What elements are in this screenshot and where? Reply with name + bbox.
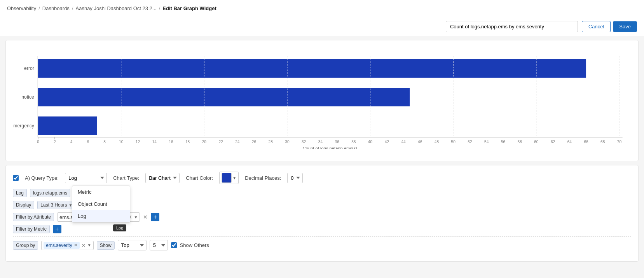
svg-text:emergency: emergency <box>14 123 35 129</box>
config-row1: A) Query Type: Log Metric Object Count C… <box>13 172 631 184</box>
query-type-label: A) Query Type: <box>25 175 59 181</box>
svg-text:12: 12 <box>136 140 140 144</box>
chart-type-select[interactable]: Bar Chart <box>145 173 180 183</box>
svg-text:28: 28 <box>269 140 273 144</box>
svg-text:14: 14 <box>152 140 157 144</box>
svg-text:30: 30 <box>285 140 290 144</box>
svg-text:70: 70 <box>617 140 622 144</box>
config-row5: Filter by Metric + <box>13 225 631 233</box>
filter-attr-chevron-icon[interactable]: ▼ <box>134 215 138 219</box>
color-swatch <box>222 173 232 183</box>
svg-text:52: 52 <box>468 140 472 144</box>
svg-text:6: 6 <box>87 140 89 144</box>
save-button[interactable]: Save <box>613 21 637 32</box>
svg-text:56: 56 <box>501 140 506 144</box>
show-label-chip: Show <box>97 241 115 250</box>
svg-text:44: 44 <box>401 140 406 144</box>
dropdown-item-object-count[interactable]: Object Count <box>72 198 130 210</box>
dropdown-item-log[interactable]: Log <box>72 210 130 222</box>
svg-text:8: 8 <box>103 140 106 144</box>
chart-color-dropdown[interactable]: ▼ <box>219 172 239 184</box>
cancel-button[interactable]: Cancel <box>582 21 611 32</box>
svg-text:36: 36 <box>335 140 340 144</box>
breadcrumb-current: Edit Bar Graph Widget <box>162 5 216 11</box>
bar-notice <box>38 88 410 106</box>
svg-text:20: 20 <box>202 140 207 144</box>
svg-text:48: 48 <box>435 140 439 144</box>
svg-text:68: 68 <box>600 140 605 144</box>
group-by-tag[interactable]: ems.severity ✕ <box>44 242 79 249</box>
svg-text:2: 2 <box>54 140 56 144</box>
clear-group-by-button[interactable]: ✕ <box>81 242 86 248</box>
svg-text:58: 58 <box>517 140 522 144</box>
config-panel: A) Query Type: Log Metric Object Count C… <box>5 165 639 262</box>
breadcrumb-sep2: / <box>72 5 73 11</box>
log-source-chip[interactable]: logs.netapp.ems <box>30 189 70 197</box>
svg-text:22: 22 <box>218 140 223 144</box>
remove-filter-attr-row-button[interactable]: ✕ <box>143 214 148 220</box>
svg-text:64: 64 <box>567 140 572 144</box>
filter-attr-label-chip: Filter by Attribute <box>13 213 54 221</box>
chart-color-label: Chart Color: <box>186 175 213 181</box>
config-row6: Group by ems.severity ✕ ✕ ▼ Show Top Bot… <box>13 240 631 250</box>
svg-text:24: 24 <box>235 140 240 144</box>
decimal-places-select[interactable]: 0 1 2 <box>287 173 303 183</box>
top-value-select[interactable]: 5 10 25 <box>150 240 168 250</box>
show-others-checkbox[interactable] <box>171 242 177 248</box>
svg-text:18: 18 <box>185 140 190 144</box>
svg-text:16: 16 <box>169 140 173 144</box>
svg-text:60: 60 <box>534 140 539 144</box>
svg-text:54: 54 <box>484 140 489 144</box>
top-select[interactable]: Top Bottom <box>118 240 147 250</box>
group-by-label-chip: Group by <box>13 241 38 250</box>
svg-text:38: 38 <box>351 140 356 144</box>
group-by-chevron-icon[interactable]: ▼ <box>87 243 91 247</box>
display-value-chip[interactable]: Last 3 Hours ▼ <box>37 201 75 209</box>
svg-text:26: 26 <box>252 140 257 144</box>
add-filter-attr-button[interactable]: + <box>151 213 159 221</box>
breadcrumb: Observability / Dashboards / Aashay Josh… <box>0 0 644 17</box>
svg-text:4: 4 <box>70 140 73 144</box>
display-label-chip: Display <box>13 201 34 209</box>
breadcrumb-dashboard-name[interactable]: Aashay Joshi Dashboard Oct 23 2... <box>76 5 157 11</box>
svg-text:32: 32 <box>302 140 306 144</box>
remove-group-by-icon[interactable]: ✕ <box>74 243 77 248</box>
svg-text:66: 66 <box>584 140 588 144</box>
query-type-select[interactable]: Log Metric Object Count <box>65 173 107 183</box>
divider <box>13 236 631 237</box>
breadcrumb-sep1: / <box>38 5 40 11</box>
svg-text:42: 42 <box>385 140 389 144</box>
log-type-chip[interactable]: Log <box>13 189 27 197</box>
breadcrumb-dashboards[interactable]: Dashboards <box>42 5 70 11</box>
svg-text:notice: notice <box>21 94 34 100</box>
bar-emergency <box>38 116 97 135</box>
bar-chart-svg: error notice emergency // will be genera… <box>14 48 630 149</box>
svg-text:34: 34 <box>318 140 323 144</box>
svg-text:50: 50 <box>451 140 456 144</box>
chart-container: error notice emergency // will be genera… <box>5 40 639 161</box>
decimal-places-label: Decimal Places: <box>245 175 281 181</box>
svg-text:0: 0 <box>37 140 39 144</box>
top-bar: Cancel Save <box>0 17 644 36</box>
svg-text:62: 62 <box>551 140 555 144</box>
breadcrumb-observability[interactable]: Observability <box>7 5 36 11</box>
svg-text:10: 10 <box>119 140 124 144</box>
filter-metric-label-chip: Filter by Metric <box>13 225 50 233</box>
svg-text:error: error <box>24 66 34 71</box>
bar-error <box>38 59 586 78</box>
add-filter-metric-button[interactable]: + <box>53 225 61 233</box>
query-enabled-checkbox[interactable] <box>13 175 19 181</box>
widget-title-input[interactable] <box>446 21 578 32</box>
chart-area: error notice emergency // will be genera… <box>14 48 630 149</box>
breadcrumb-sep3: / <box>159 5 161 11</box>
group-by-field-wrap: ems.severity ✕ ✕ ▼ <box>41 241 93 250</box>
chevron-down-icon: ▼ <box>232 176 236 180</box>
svg-text:40: 40 <box>368 140 373 144</box>
svg-text:46: 46 <box>418 140 422 144</box>
chart-type-label: Chart Type: <box>113 175 139 181</box>
query-type-dropdown-popup: Metric Object Count Log <box>72 186 130 222</box>
svg-text:Count of logs.netapp.ems(s): Count of logs.netapp.ems(s) <box>303 146 357 149</box>
dropdown-item-metric[interactable]: Metric <box>72 186 130 198</box>
show-others-label: Show Others <box>180 242 209 248</box>
